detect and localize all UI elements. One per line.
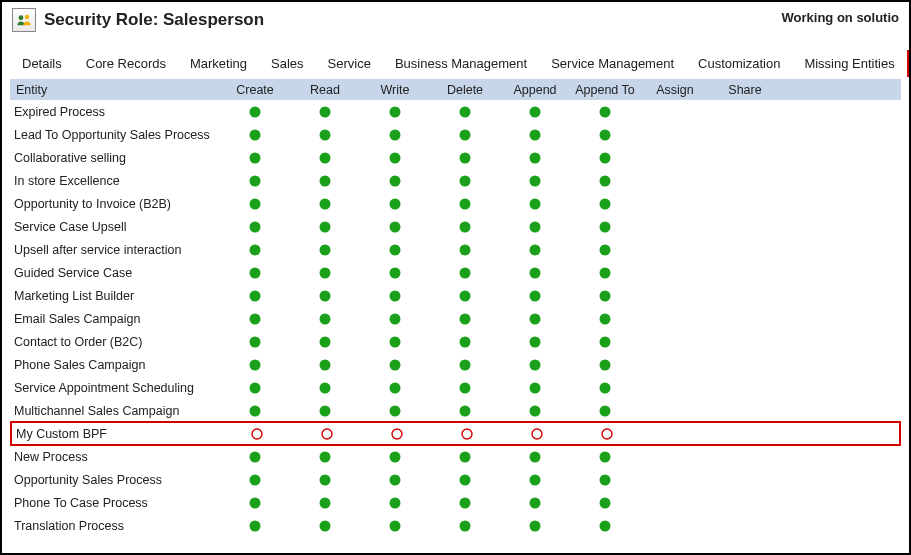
- entity-name[interactable]: Service Case Upsell: [10, 220, 220, 234]
- permission-full-icon[interactable]: [458, 312, 472, 326]
- permission-full-icon[interactable]: [318, 105, 332, 119]
- permission-full-icon[interactable]: [388, 220, 402, 234]
- column-header-read[interactable]: Read: [290, 81, 360, 99]
- permission-full-icon[interactable]: [598, 404, 612, 418]
- permission-full-icon[interactable]: [318, 450, 332, 464]
- column-header-append-to[interactable]: Append To: [570, 81, 640, 99]
- permission-full-icon[interactable]: [528, 266, 542, 280]
- entity-name[interactable]: In store Excellence: [10, 174, 220, 188]
- permission-full-icon[interactable]: [598, 335, 612, 349]
- permission-full-icon[interactable]: [598, 381, 612, 395]
- permission-full-icon[interactable]: [528, 289, 542, 303]
- permission-full-icon[interactable]: [458, 496, 472, 510]
- permission-full-icon[interactable]: [318, 496, 332, 510]
- permission-full-icon[interactable]: [388, 174, 402, 188]
- entity-name[interactable]: Lead To Opportunity Sales Process: [10, 128, 220, 142]
- permission-full-icon[interactable]: [598, 105, 612, 119]
- permission-full-icon[interactable]: [598, 519, 612, 533]
- entity-name[interactable]: Collaborative selling: [10, 151, 220, 165]
- column-header-delete[interactable]: Delete: [430, 81, 500, 99]
- column-header-entity[interactable]: Entity: [10, 81, 220, 99]
- permission-full-icon[interactable]: [248, 473, 262, 487]
- permission-none-icon[interactable]: [600, 427, 614, 441]
- permission-full-icon[interactable]: [318, 174, 332, 188]
- entity-name[interactable]: Multichannel Sales Campaign: [10, 404, 220, 418]
- permission-full-icon[interactable]: [528, 128, 542, 142]
- permission-full-icon[interactable]: [458, 381, 472, 395]
- permission-full-icon[interactable]: [598, 266, 612, 280]
- permission-full-icon[interactable]: [598, 473, 612, 487]
- permission-full-icon[interactable]: [388, 381, 402, 395]
- entity-name[interactable]: Guided Service Case: [10, 266, 220, 280]
- permission-full-icon[interactable]: [388, 404, 402, 418]
- permission-full-icon[interactable]: [528, 381, 542, 395]
- permission-full-icon[interactable]: [318, 128, 332, 142]
- tab-core-records[interactable]: Core Records: [74, 50, 178, 77]
- tab-details[interactable]: Details: [10, 50, 74, 77]
- permission-full-icon[interactable]: [528, 243, 542, 257]
- permission-full-icon[interactable]: [248, 151, 262, 165]
- permission-full-icon[interactable]: [318, 312, 332, 326]
- permission-full-icon[interactable]: [528, 473, 542, 487]
- permission-full-icon[interactable]: [598, 174, 612, 188]
- entity-name[interactable]: Contact to Order (B2C): [10, 335, 220, 349]
- permission-full-icon[interactable]: [458, 128, 472, 142]
- permission-full-icon[interactable]: [318, 243, 332, 257]
- tab-service[interactable]: Service: [316, 50, 383, 77]
- permission-full-icon[interactable]: [458, 404, 472, 418]
- permission-full-icon[interactable]: [388, 496, 402, 510]
- permission-full-icon[interactable]: [248, 519, 262, 533]
- permission-full-icon[interactable]: [528, 335, 542, 349]
- tab-business-management[interactable]: Business Management: [383, 50, 539, 77]
- tab-business-process-flows[interactable]: Business Process Flows: [907, 50, 911, 77]
- permission-full-icon[interactable]: [388, 473, 402, 487]
- permission-full-icon[interactable]: [248, 128, 262, 142]
- permission-full-icon[interactable]: [318, 358, 332, 372]
- permission-full-icon[interactable]: [598, 358, 612, 372]
- entity-name[interactable]: Service Appointment Scheduling: [10, 381, 220, 395]
- permission-full-icon[interactable]: [318, 381, 332, 395]
- permission-full-icon[interactable]: [388, 312, 402, 326]
- permission-full-icon[interactable]: [528, 105, 542, 119]
- permission-full-icon[interactable]: [248, 381, 262, 395]
- entity-name[interactable]: My Custom BPF: [12, 427, 222, 441]
- entity-name[interactable]: Marketing List Builder: [10, 289, 220, 303]
- permission-full-icon[interactable]: [388, 243, 402, 257]
- permission-full-icon[interactable]: [318, 289, 332, 303]
- permission-full-icon[interactable]: [388, 519, 402, 533]
- permission-full-icon[interactable]: [598, 197, 612, 211]
- permission-full-icon[interactable]: [248, 174, 262, 188]
- permission-full-icon[interactable]: [458, 151, 472, 165]
- permission-full-icon[interactable]: [598, 450, 612, 464]
- permission-full-icon[interactable]: [528, 404, 542, 418]
- permission-full-icon[interactable]: [458, 105, 472, 119]
- permission-full-icon[interactable]: [388, 105, 402, 119]
- permission-full-icon[interactable]: [458, 473, 472, 487]
- permission-full-icon[interactable]: [388, 128, 402, 142]
- column-header-assign[interactable]: Assign: [640, 81, 710, 99]
- column-header-write[interactable]: Write: [360, 81, 430, 99]
- permission-full-icon[interactable]: [528, 174, 542, 188]
- entity-name[interactable]: Phone Sales Campaign: [10, 358, 220, 372]
- entity-name[interactable]: Email Sales Campaign: [10, 312, 220, 326]
- permission-full-icon[interactable]: [458, 358, 472, 372]
- permission-full-icon[interactable]: [528, 496, 542, 510]
- entity-name[interactable]: Translation Process: [10, 519, 220, 533]
- tab-missing-entities[interactable]: Missing Entities: [792, 50, 906, 77]
- permission-full-icon[interactable]: [388, 197, 402, 211]
- permission-full-icon[interactable]: [458, 266, 472, 280]
- permission-full-icon[interactable]: [528, 151, 542, 165]
- permission-full-icon[interactable]: [318, 335, 332, 349]
- permission-full-icon[interactable]: [248, 404, 262, 418]
- permission-full-icon[interactable]: [388, 266, 402, 280]
- permission-full-icon[interactable]: [598, 312, 612, 326]
- permission-full-icon[interactable]: [458, 220, 472, 234]
- permission-full-icon[interactable]: [458, 450, 472, 464]
- permission-full-icon[interactable]: [458, 197, 472, 211]
- tab-marketing[interactable]: Marketing: [178, 50, 259, 77]
- column-header-create[interactable]: Create: [220, 81, 290, 99]
- tab-sales[interactable]: Sales: [259, 50, 316, 77]
- permission-full-icon[interactable]: [598, 220, 612, 234]
- permission-full-icon[interactable]: [318, 404, 332, 418]
- permission-full-icon[interactable]: [528, 358, 542, 372]
